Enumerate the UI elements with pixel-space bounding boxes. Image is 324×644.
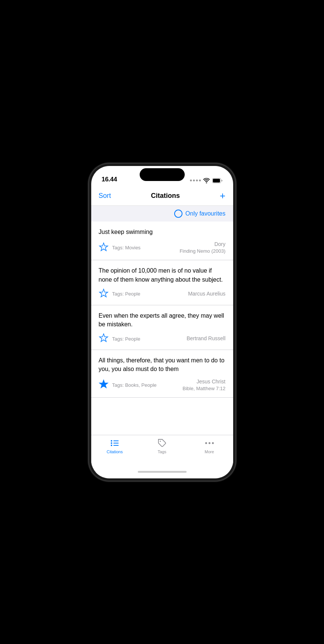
page-title: Citations xyxy=(151,192,180,200)
citation-attribution: Jesus Christ Bible, Matthew 7:12 xyxy=(182,378,225,392)
citation-tags: Tags: Movies xyxy=(112,245,141,250)
citation-text: Just keep swimming xyxy=(99,228,226,236)
citation-item[interactable]: The opinion of 10,000 men is of no value… xyxy=(91,260,233,305)
svg-point-2 xyxy=(111,440,112,442)
citation-item[interactable]: Even when the experts all agree, they ma… xyxy=(91,305,233,350)
citations-tab-label: Citations xyxy=(107,449,123,454)
wifi-icon xyxy=(203,178,210,183)
phone-frame: 16.44 xyxy=(89,164,235,481)
svg-point-10 xyxy=(208,442,210,444)
tab-bar: Citations Tags xyxy=(91,435,233,466)
svg-point-6 xyxy=(111,445,112,446)
tags-tab-icon xyxy=(157,438,167,448)
more-tab-label: More xyxy=(205,449,214,454)
citation-author: Marcus Aurelius xyxy=(188,290,226,298)
favourite-star-icon[interactable] xyxy=(99,333,109,344)
favourite-star-icon[interactable] xyxy=(99,288,109,300)
citation-author: Bertrand Russell xyxy=(187,335,226,342)
tab-more[interactable]: More xyxy=(186,438,233,454)
citation-attribution: Marcus Aurelius xyxy=(188,290,226,298)
citation-text: The opinion of 10,000 men is of no value… xyxy=(99,266,226,284)
svg-point-8 xyxy=(160,440,161,442)
svg-rect-3 xyxy=(113,440,119,441)
status-time: 16.44 xyxy=(102,176,117,183)
filter-bar: Only favourites xyxy=(91,206,233,222)
citation-meta: Tags: People Marcus Aurelius xyxy=(99,288,226,300)
citation-tags: Tags: People xyxy=(112,336,140,342)
svg-rect-1 xyxy=(213,179,220,182)
svg-rect-5 xyxy=(113,443,119,443)
tab-tags[interactable]: Tags xyxy=(139,438,186,454)
only-favourites-label: Only favourites xyxy=(185,210,226,217)
citation-author: Jesus Christ xyxy=(182,378,225,386)
nav-bar: Sort Citations + xyxy=(91,186,233,206)
citation-text: Even when the experts all agree, they ma… xyxy=(99,311,226,329)
svg-rect-7 xyxy=(113,445,119,446)
citations-tab-icon xyxy=(110,438,120,448)
svg-point-9 xyxy=(205,442,207,444)
home-bar xyxy=(138,471,187,473)
citation-left: Tags: Books, People xyxy=(99,379,157,391)
dynamic-island xyxy=(140,168,185,181)
citation-tags: Tags: Books, People xyxy=(112,382,157,388)
status-icons xyxy=(190,178,223,183)
only-favourites-toggle[interactable]: Only favourites xyxy=(174,210,226,218)
signal-icon xyxy=(190,179,201,181)
home-indicator xyxy=(91,466,233,478)
add-citation-button[interactable]: + xyxy=(220,191,225,201)
tab-citations[interactable]: Citations xyxy=(91,438,139,454)
sort-button[interactable]: Sort xyxy=(99,192,111,200)
citation-left: Tags: Movies xyxy=(99,242,141,253)
citation-tags: Tags: People xyxy=(112,291,140,297)
favourite-star-icon[interactable] xyxy=(99,242,109,253)
citation-attribution: Dory Finding Nemo (2003) xyxy=(179,241,225,255)
citation-left: Tags: People xyxy=(99,288,140,300)
citation-meta: Tags: People Bertrand Russell xyxy=(99,333,226,344)
phone-screen: 16.44 xyxy=(91,166,233,478)
citation-meta: Tags: Books, People Jesus Christ Bible, … xyxy=(99,378,226,392)
favourites-circle-icon xyxy=(174,210,182,218)
citation-item[interactable]: Just keep swimming Tags: Movies Dory Fin… xyxy=(91,222,233,261)
favourite-star-icon[interactable] xyxy=(99,379,109,391)
svg-point-4 xyxy=(111,442,112,444)
citation-attribution: Bertrand Russell xyxy=(187,335,226,342)
citation-author: Dory xyxy=(179,241,225,248)
citation-meta: Tags: Movies Dory Finding Nemo (2003) xyxy=(99,241,226,255)
citation-left: Tags: People xyxy=(99,333,140,344)
citations-list: Just keep swimming Tags: Movies Dory Fin… xyxy=(91,222,233,435)
citation-source: Finding Nemo (2003) xyxy=(179,248,225,255)
citation-item[interactable]: All things, therefore, that you want men… xyxy=(91,350,233,398)
more-tab-icon xyxy=(205,438,214,448)
citation-text: All things, therefore, that you want men… xyxy=(99,356,226,373)
citation-source: Bible, Matthew 7:12 xyxy=(182,385,225,392)
svg-point-11 xyxy=(212,442,214,444)
battery-icon xyxy=(212,178,223,183)
tags-tab-label: Tags xyxy=(158,449,166,454)
